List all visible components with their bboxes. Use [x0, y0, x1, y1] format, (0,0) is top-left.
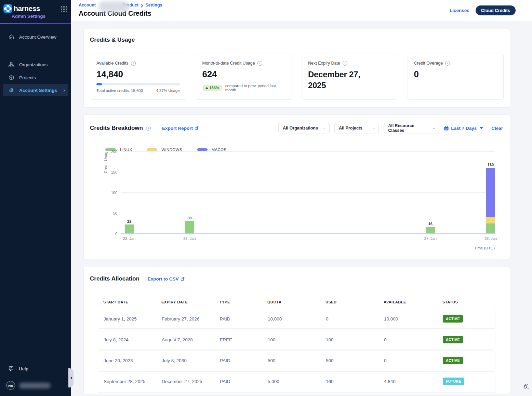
- y-axis-tick: 150: [111, 170, 117, 174]
- total-active-credits: Total active credits: 15,600: [96, 88, 143, 93]
- breadcrumb-settings-link[interactable]: Settings: [145, 3, 162, 8]
- export-csv-label: Export to CSV: [148, 276, 179, 282]
- x-axis-tick-label: 22. Jan: [123, 236, 135, 241]
- metric-label: Next Expiry Date: [308, 61, 340, 66]
- cell-type: PAID: [220, 379, 268, 384]
- cell-type: FREE: [220, 337, 268, 342]
- chevron-down-icon: ⌄: [433, 127, 435, 130]
- cell-used: 500: [326, 358, 384, 363]
- bar-27Jan[interactable]: [426, 227, 435, 233]
- breadcrumb-account-link[interactable]: Account: [79, 3, 96, 8]
- info-icon[interactable]: i: [146, 126, 151, 131]
- cube-icon: [8, 74, 14, 81]
- next-expiry-card: Next Expiry Date i December 27, 2025: [302, 54, 398, 100]
- usage-percentage: 4.87% Usage: [156, 88, 179, 93]
- metric-label: Credit Overage: [414, 61, 443, 66]
- cell-quota: 500: [268, 358, 326, 363]
- metric-label: Available Credits: [96, 61, 129, 66]
- main-content: Account - Product ❯ Settings Account Clo…: [71, 0, 532, 396]
- module-subtitle: Admin Settings: [12, 14, 71, 19]
- column-header: AVAILABLE: [384, 300, 442, 304]
- export-csv-link[interactable]: Export to CSV: [148, 276, 185, 282]
- bar-total-label: 22: [127, 219, 131, 225]
- bar-total-label: 30: [187, 216, 191, 221]
- avatar[interactable]: NB: [6, 381, 15, 390]
- info-icon[interactable]: i: [445, 61, 450, 66]
- column-header: START DATE: [103, 300, 161, 304]
- caret-down-icon: [480, 127, 483, 129]
- projects-filter-select[interactable]: All Projects ⌄: [334, 123, 379, 133]
- sidebar-item-label: Projects: [19, 75, 36, 80]
- date-range-picker[interactable]: Last 7 Days: [444, 126, 483, 131]
- credits-breakdown-section: Credits Breakdown i Export Report All Or…: [83, 114, 510, 259]
- mtd-usage-value: 624: [202, 69, 286, 80]
- brand-name: harness: [14, 4, 40, 13]
- cell-used: 0: [326, 316, 384, 322]
- sidebar-collapse-handle[interactable]: ◀: [68, 368, 74, 387]
- status-badge: ACTIVE: [443, 315, 463, 323]
- sidebar-item-account-settings[interactable]: Account Settings ›: [3, 84, 68, 96]
- x-axis-tick-mark: [189, 234, 190, 235]
- info-icon[interactable]: i: [131, 61, 136, 66]
- sidebar-divider: [5, 53, 66, 53]
- y-axis-tick: 50: [113, 211, 117, 215]
- info-icon[interactable]: i: [343, 61, 347, 66]
- app-grid-icon[interactable]: [61, 6, 67, 12]
- status-badge: ACTIVE: [443, 336, 463, 343]
- cell-expiry: August 7, 2028: [162, 337, 220, 342]
- status-badge: FUTURE: [443, 378, 464, 385]
- available-credits-card: Available Credits i 14,840 Total active …: [90, 54, 186, 100]
- bar-segment-linux: [125, 224, 134, 233]
- cloud-credits-button[interactable]: Cloud Credits: [476, 5, 516, 15]
- delta-percent: 186%: [210, 86, 219, 90]
- bar-23Jan[interactable]: [185, 221, 194, 233]
- export-report-link[interactable]: Export Report: [162, 126, 199, 131]
- handwritten-annotation: 6.: [522, 382, 530, 390]
- projects-filter-value: All Projects: [339, 126, 362, 131]
- credits-allocation-title: Credits Allocation: [90, 275, 139, 282]
- sidebar-item-label: Account Settings: [19, 88, 57, 93]
- table-row-partial: [98, 392, 495, 394]
- licenses-link[interactable]: Licenses: [450, 8, 469, 13]
- bar-28Jan[interactable]: [486, 168, 495, 233]
- clear-filters-button[interactable]: Clear: [491, 126, 503, 131]
- column-header: STATUS: [442, 300, 495, 304]
- organizations-filter-select[interactable]: All Organizations ⌄: [278, 123, 330, 133]
- credit-usage-chart: Credit Usage 0501001502002222. Jan3023. …: [90, 148, 503, 250]
- sidebar-item-label: Account Overview: [19, 35, 56, 40]
- bar-segment-linux: [426, 227, 435, 233]
- sidebar-item-account-overview[interactable]: Account Overview: [0, 30, 71, 43]
- resource-classes-filter-value: All Resource Classes: [388, 123, 429, 133]
- delta-note: compared to prev. period last month: [225, 84, 285, 92]
- cell-available: 4,840: [384, 379, 443, 384]
- x-axis-tick-label: 28. Jan: [484, 236, 497, 241]
- x-axis-line: [121, 233, 495, 234]
- redacted-account-name: [98, 1, 129, 12]
- cell-quota: 5,000: [268, 379, 326, 384]
- legend-swatch: [197, 148, 208, 151]
- chevron-right-icon: ›: [63, 87, 65, 93]
- bar-segment-linux: [486, 223, 495, 233]
- column-header: QUOTA: [267, 300, 325, 304]
- help-button[interactable]: ? Help: [0, 363, 71, 375]
- credits-usage-title: Credits & Usage: [90, 37, 504, 43]
- chevron-down-icon: ⌄: [372, 127, 375, 130]
- usage-progress-fill: [96, 83, 102, 85]
- legend-swatch: [147, 148, 157, 151]
- bar-total-label: 160: [488, 163, 494, 168]
- page-header: Account - Product ❯ Settings Account Clo…: [71, 0, 532, 21]
- info-icon[interactable]: i: [257, 61, 262, 66]
- x-axis-tick-mark: [491, 234, 491, 235]
- bar-22Jan[interactable]: [125, 224, 134, 233]
- bar-segment-macos: [486, 168, 495, 217]
- x-axis-tick-mark: [430, 234, 431, 235]
- harness-logo-icon: [3, 4, 12, 13]
- cell-quota: 10,000: [268, 316, 326, 322]
- resource-classes-filter-select[interactable]: All Resource Classes ⌄: [384, 123, 439, 133]
- column-header: TYPE: [220, 300, 267, 304]
- cell-start: June 20, 2023: [104, 358, 162, 363]
- sidebar-item-organizations[interactable]: Organizations: [0, 58, 71, 71]
- gridline: [121, 213, 495, 213]
- sidebar-item-projects[interactable]: Projects: [0, 71, 71, 84]
- cell-available: 10,000: [384, 316, 443, 322]
